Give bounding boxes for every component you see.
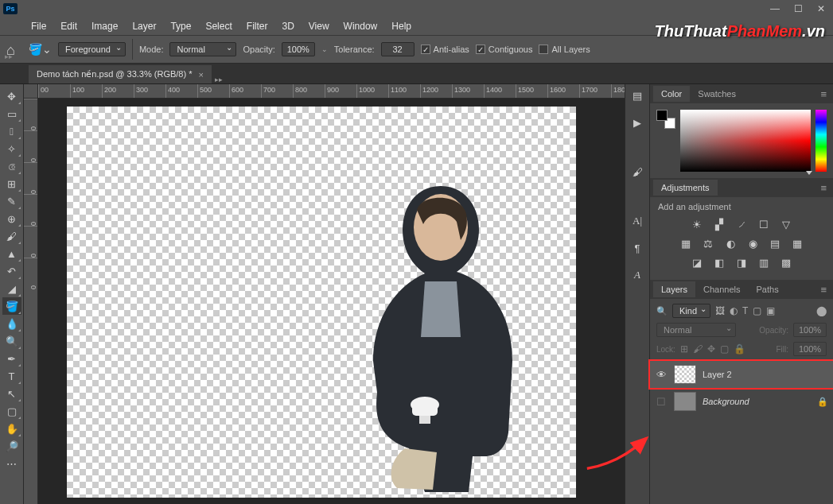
path-select-tool[interactable]: ↖ — [2, 385, 21, 402]
minimize-button[interactable]: — — [770, 3, 780, 14]
horizontal-ruler[interactable]: 0010020030040050060070080090010001100120… — [38, 84, 625, 99]
blend-mode-dropdown[interactable]: Normal — [169, 42, 236, 56]
menu-layer[interactable]: Layer — [125, 17, 163, 35]
color-balance-icon[interactable]: ⚖ — [701, 237, 715, 250]
filter-shape-icon[interactable]: ▢ — [753, 305, 761, 316]
fill-source-dropdown[interactable]: Foreground — [58, 42, 126, 56]
history-panel-icon[interactable]: ▤ — [629, 87, 645, 103]
layers-tab[interactable]: Layers — [653, 281, 695, 297]
lock-artboard-icon[interactable]: ▢ — [720, 343, 729, 355]
threshold-icon[interactable]: ◨ — [734, 256, 749, 269]
document-tab[interactable]: Demo tách nền.psd @ 33.3% (RGB/8) * × — [29, 65, 212, 83]
zoom-tool[interactable]: 🔎 — [2, 437, 21, 455]
tolerance-input[interactable]: 32 — [381, 42, 415, 56]
vibrance-icon[interactable]: ▽ — [779, 218, 793, 231]
hand-tool[interactable]: ✋ — [2, 420, 21, 437]
menu-edit[interactable]: Edit — [53, 17, 84, 35]
character-panel-icon[interactable]: A| — [629, 213, 645, 229]
shape-tool[interactable]: ▢ — [2, 402, 21, 420]
filter-toggle[interactable]: ⬤ — [816, 305, 827, 316]
layer-item[interactable]: 👁 Layer 2 — [650, 361, 833, 388]
lock-pixels-icon[interactable]: 🖌 — [693, 343, 703, 355]
document-canvas[interactable] — [67, 107, 576, 498]
menu-3d[interactable]: 3D — [274, 17, 301, 35]
hue-sat-icon[interactable]: ▦ — [679, 237, 693, 250]
brushes-panel-icon[interactable]: 🖌 — [629, 164, 645, 180]
menu-file[interactable]: File — [24, 17, 53, 35]
eyedropper-tool[interactable]: ✎ — [2, 192, 21, 210]
layer-filter-dropdown[interactable]: Kind — [672, 304, 710, 318]
paint-bucket-icon[interactable]: 🪣⌄ — [29, 43, 52, 56]
curves-icon[interactable]: ⟋ — [734, 218, 749, 231]
layer-name[interactable]: Layer 2 — [703, 370, 732, 379]
close-tab-icon[interactable]: × — [198, 70, 203, 79]
maximize-button[interactable]: ☐ — [794, 3, 803, 14]
channels-tab[interactable]: Channels — [695, 281, 748, 297]
panel-collapse-icon[interactable]: ▸▸ — [5, 52, 13, 60]
filter-adjust-icon[interactable]: ◐ — [730, 305, 738, 316]
healing-tool[interactable]: ⊕ — [2, 210, 21, 227]
history-brush-tool[interactable]: ↶ — [2, 262, 21, 280]
menu-image[interactable]: Image — [84, 17, 125, 35]
contiguous-checkbox[interactable]: ✓ — [476, 45, 485, 54]
layer-item[interactable]: ☐ Background 🔒 — [650, 388, 833, 415]
close-window-button[interactable]: ✕ — [817, 3, 825, 14]
filter-type-icon[interactable]: T — [742, 305, 748, 316]
invert-icon[interactable]: ◪ — [690, 256, 704, 269]
lock-all-icon[interactable]: 🔒 — [734, 343, 745, 355]
adjustments-tab[interactable]: Adjustments — [653, 180, 718, 196]
brush-tool[interactable]: 🖌 — [2, 227, 21, 245]
paths-tab[interactable]: Paths — [749, 281, 787, 297]
paragraph-panel-icon[interactable]: ¶ — [629, 240, 645, 256]
levels-icon[interactable]: ▞ — [712, 218, 726, 231]
filter-pixel-icon[interactable]: 🖼 — [715, 305, 725, 316]
glyphs-panel-icon[interactable]: A — [629, 267, 645, 283]
layer-name[interactable]: Background — [703, 397, 749, 406]
paint-bucket-tool[interactable]: 🪣 — [2, 297, 21, 315]
photo-filter-icon[interactable]: ◉ — [745, 237, 760, 250]
color-field[interactable] — [680, 110, 811, 172]
alllayers-checkbox[interactable] — [539, 45, 548, 54]
lock-transparency-icon[interactable]: ⊞ — [680, 343, 688, 355]
antialias-checkbox[interactable]: ✓ — [421, 45, 430, 54]
menu-type[interactable]: Type — [163, 17, 198, 35]
type-tool[interactable]: T — [2, 367, 21, 385]
layer-opacity-input[interactable]: 100% — [793, 323, 827, 337]
move-tool[interactable]: ✥ — [2, 87, 21, 105]
actions-panel-icon[interactable]: ▶ — [629, 114, 645, 130]
vertical-ruler[interactable]: 000000 — [24, 99, 38, 504]
menu-view[interactable]: View — [302, 17, 337, 35]
foreground-swatch[interactable] — [656, 110, 668, 121]
fg-bg-swatches[interactable] — [656, 110, 675, 129]
layer-thumbnail[interactable] — [674, 365, 696, 384]
menu-help[interactable]: Help — [384, 17, 418, 35]
blur-tool[interactable]: 💧 — [2, 315, 21, 332]
layer-blend-dropdown[interactable]: Normal — [656, 323, 736, 337]
lock-icon[interactable]: 🔒 — [817, 397, 828, 407]
exposure-icon[interactable]: ☐ — [757, 218, 771, 231]
selective-color-icon[interactable]: ▩ — [779, 256, 793, 269]
menu-filter[interactable]: Filter — [239, 17, 275, 35]
dodge-tool[interactable]: 🔍 — [2, 332, 21, 350]
more-tools[interactable]: ⋯ — [2, 455, 21, 472]
color-tab[interactable]: Color — [653, 86, 690, 102]
pen-tool[interactable]: ✒ — [2, 350, 21, 367]
layer-visibility-icon[interactable]: 👁 — [655, 369, 668, 381]
channel-mixer-icon[interactable]: ▤ — [768, 237, 782, 250]
gradient-map-icon[interactable]: ▥ — [757, 256, 771, 269]
frame-tool[interactable]: ⊞ — [2, 175, 21, 192]
layer-fill-input[interactable]: 100% — [793, 342, 827, 356]
menu-select[interactable]: Select — [198, 17, 239, 35]
brightness-icon[interactable]: ☀ — [690, 218, 704, 231]
bw-icon[interactable]: ◐ — [723, 237, 738, 250]
stamp-tool[interactable]: ▲ — [2, 245, 21, 262]
eraser-tool[interactable]: ◢ — [2, 280, 21, 297]
hue-slider[interactable] — [815, 110, 827, 172]
opacity-input[interactable]: 100% — [282, 42, 315, 56]
layer-visibility-icon[interactable]: ☐ — [655, 396, 668, 408]
layer-thumbnail[interactable] — [674, 392, 696, 411]
crop-tool[interactable]: ⟃ — [2, 157, 21, 175]
tab-overflow-icon[interactable]: ▸▸ — [215, 76, 223, 83]
color-panel-menu-icon[interactable]: ≡ — [812, 85, 830, 103]
swatches-tab[interactable]: Swatches — [690, 86, 744, 102]
